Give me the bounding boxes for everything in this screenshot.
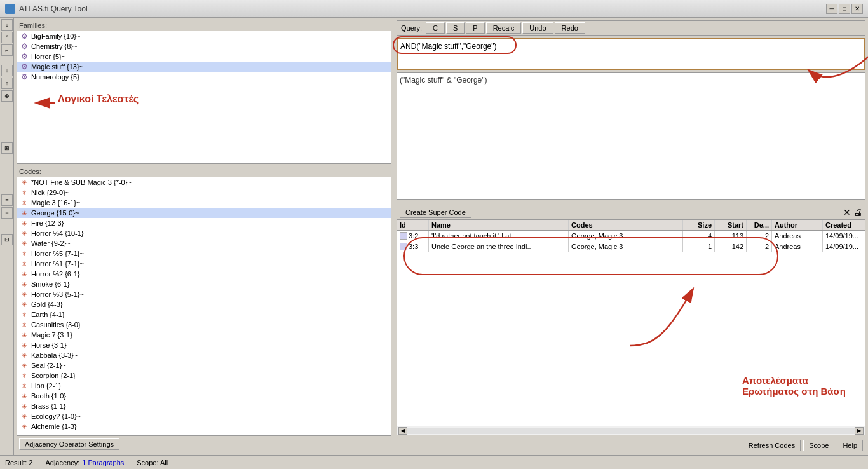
code-item-18[interactable]: ✳ Seal {2-1}~ [17, 360, 391, 370]
redo-button[interactable]: Redo [555, 22, 585, 34]
code-icon: ✳ [20, 341, 29, 350]
code-item-20[interactable]: ✳ Lion {2-1} [17, 381, 391, 391]
c-button[interactable]: C [426, 22, 445, 34]
query-text: AND("Magic stuff","George") [400, 42, 497, 51]
s-button[interactable]: S [446, 22, 465, 34]
sidebar-icon-8[interactable]: ≡ [1, 194, 13, 206]
code-icon: ✳ [20, 412, 29, 421]
horizontal-scrollbar[interactable]: ◀ ▶ [397, 426, 865, 435]
results-print-icon[interactable]: 🖨 [853, 207, 862, 217]
adjacency-operator-settings-button[interactable]: Adjacency Operator Settings [19, 438, 119, 450]
code-icon: ✳ [20, 290, 29, 299]
code-icon: ✳ [20, 402, 29, 411]
code-item-2[interactable]: ✳ Magic 3 {16-1}~ [17, 198, 391, 208]
code-icon: ✳ [20, 259, 29, 268]
family-item-bigfamily[interactable]: ⚙ BigFamily {10}~ [17, 31, 391, 41]
col-header-start: Start [715, 220, 747, 230]
code-icon: ✳ [20, 300, 29, 309]
scroll-right-btn[interactable]: ▶ [855, 427, 864, 435]
code-item-15[interactable]: ✳ Magic 7 {3-1} [17, 330, 391, 340]
code-item-19[interactable]: ✳ Scorpion {2-1} [17, 370, 391, 381]
code-icon: ✳ [20, 229, 29, 238]
results-header: Create Super Code ✕ 🖨 [397, 205, 865, 220]
code-item-11[interactable]: ✳ Horror %3 {5-1}~ [17, 289, 391, 299]
code-icon: ✳ [20, 280, 29, 289]
left-bottom-bar: Adjacency Operator Settings [17, 436, 391, 452]
create-super-code-button[interactable]: Create Super Code [400, 207, 471, 218]
recalc-button[interactable]: Recalc [486, 22, 522, 34]
sidebar-icon-6[interactable]: ⊕ [1, 90, 13, 102]
code-item-9[interactable]: ✳ Horror %2 {6-1} [17, 269, 391, 279]
code-item-1[interactable]: ✳ Nick {29-0}~ [17, 187, 391, 198]
code-item-george[interactable]: ✳ George {15-0}~ [17, 208, 391, 218]
family-item-horror[interactable]: ⚙ Horror {5}~ [17, 51, 391, 62]
code-item-7[interactable]: ✳ Horror %5 {7-1}~ [17, 248, 391, 259]
sidebar-icon-1[interactable]: ↓ [1, 19, 13, 31]
code-icon: ✳ [20, 198, 29, 207]
code-icon: ✳ [20, 269, 29, 278]
code-item-16[interactable]: ✳ Horse {3-1} [17, 340, 391, 350]
undo-button[interactable]: Undo [522, 22, 553, 34]
result-row-0[interactable]: 3:2 'I'd rather not touch it.' Lat.. Geo… [397, 231, 865, 241]
families-label: Families: [17, 20, 391, 31]
scope-button[interactable]: Scope [803, 440, 834, 451]
family-icon: ⚙ [20, 72, 29, 81]
code-item-22[interactable]: ✳ Brass {1-1} [17, 401, 391, 411]
col-header-size: Size [683, 220, 715, 230]
code-icon: ✳ [20, 219, 29, 228]
codes-panel: ✳ *NOT Fire & SUB Magic 3 {*-0}~ ✳ Nick … [17, 177, 391, 436]
results-table-header: Id Name Codes Size Start De... Author Cr… [397, 220, 865, 231]
sidebar-icon-4[interactable]: ↓ [1, 65, 13, 76]
code-item-5[interactable]: ✳ Horror %4 {10-1} [17, 228, 391, 238]
help-button[interactable]: Help [837, 440, 863, 451]
sidebar-icon-10[interactable]: ⊡ [1, 234, 13, 245]
status-bar: Result: 2 Adjacency: 1 Paragraphs Scope:… [0, 455, 868, 469]
minimize-button[interactable]: ─ [826, 4, 837, 14]
code-item-17[interactable]: ✳ Kabbala {3-3}~ [17, 350, 391, 360]
refresh-codes-button[interactable]: Refresh Codes [743, 440, 801, 451]
code-item-6[interactable]: ✳ Water {9-2}~ [17, 238, 391, 248]
right-bottom-bar: Refresh Codes Scope Help [397, 438, 865, 452]
code-item-12[interactable]: ✳ Gold {4-3} [17, 299, 391, 309]
code-item-10[interactable]: ✳ Smoke {6-1} [17, 279, 391, 289]
status-scope: Scope: All [137, 459, 168, 466]
sidebar-icon-9[interactable]: ≡ [1, 207, 13, 219]
window-controls: ─ □ ✕ [826, 4, 863, 14]
restore-button[interactable]: □ [839, 4, 850, 14]
query-expression-area[interactable]: ("Magic stuff" & "George") [397, 72, 865, 200]
families-panel: ⚙ BigFamily {10}~ ⚙ Chemistry {8}~ ⚙ Hor… [17, 31, 391, 164]
results-close-icon[interactable]: ✕ [843, 207, 851, 217]
result-row-1[interactable]: 3:3 Uncle George an the three Indi.. Geo… [397, 241, 865, 252]
family-icon: ⚙ [20, 52, 29, 61]
family-item-chemistry[interactable]: ⚙ Chemistry {8}~ [17, 41, 391, 51]
query-input-area[interactable]: AND("Magic stuff","George") [397, 38, 865, 70]
results-body: 3:2 'I'd rather not touch it.' Lat.. Geo… [397, 231, 865, 252]
query-label: Query: [398, 24, 424, 32]
family-item-numerology[interactable]: ⚙ Numerology {5} [17, 72, 391, 82]
codes-list[interactable]: ✳ *NOT Fire & SUB Magic 3 {*-0}~ ✳ Nick … [17, 177, 391, 435]
sidebar-icon-2[interactable]: ^ [1, 32, 13, 43]
close-button[interactable]: ✕ [851, 4, 863, 14]
code-item-14[interactable]: ✳ Casualties {3-0} [17, 320, 391, 330]
families-list[interactable]: ⚙ BigFamily {10}~ ⚙ Chemistry {8}~ ⚙ Hor… [17, 31, 391, 149]
code-icon: ✳ [20, 371, 29, 380]
scroll-left-btn[interactable]: ◀ [398, 427, 407, 435]
code-item-23[interactable]: ✳ Ecology? {1-0}~ [17, 411, 391, 421]
p-button[interactable]: P [466, 22, 484, 34]
family-item-magic[interactable]: ⚙ Magic stuff {13}~ [17, 62, 391, 72]
code-item-0[interactable]: ✳ *NOT Fire & SUB Magic 3 {*-0}~ [17, 177, 391, 187]
code-item-4[interactable]: ✳ Fire {12-3} [17, 218, 391, 228]
code-item-21[interactable]: ✳ Booth {1-0} [17, 391, 391, 401]
code-icon: ✳ [20, 351, 29, 360]
status-adjacency-link[interactable]: 1 Paragraphs [82, 459, 124, 466]
app-icon [5, 4, 15, 14]
sidebar-icon-5[interactable]: ↑ [1, 78, 13, 89]
col-header-codes: Codes [569, 220, 683, 230]
code-item-8[interactable]: ✳ Horror %1 {7-1}~ [17, 259, 391, 269]
sidebar-icon-3[interactable]: ⌐ [1, 44, 13, 56]
code-item-earth[interactable]: ✳ Earth {4-1} [17, 309, 391, 320]
query-toolbar: Query: C S P Recalc Undo Redo [397, 20, 865, 36]
sidebar-icon-7[interactable]: ⊞ [1, 142, 13, 154]
code-icon: ✳ [20, 188, 29, 197]
code-item-24[interactable]: ✳ Alchemie {1-3} [17, 421, 391, 432]
